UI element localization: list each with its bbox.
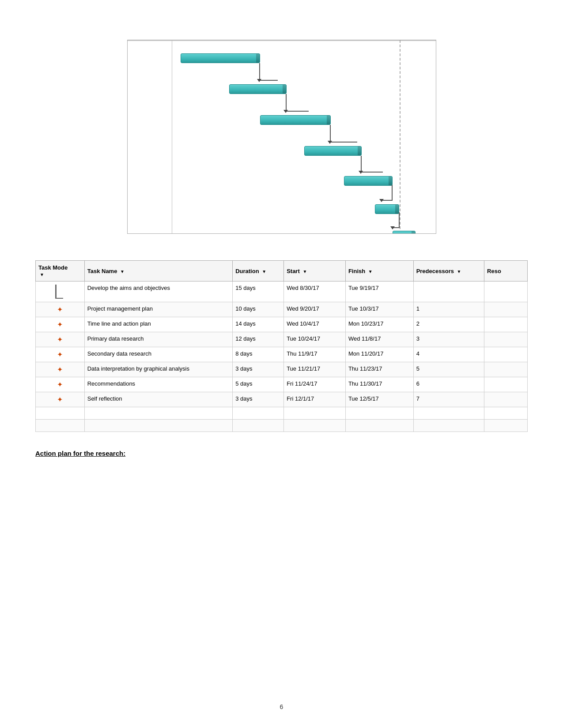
finish-cell: Tue 9/19/17 [345, 281, 413, 302]
task-table: Task Mode ▼ Task Name ▼ Duration ▼ Start… [35, 260, 528, 432]
empty-cell [233, 420, 284, 432]
task-icon: ✦ [57, 351, 63, 358]
start-cell: Fri 11/24/17 [284, 377, 346, 392]
resources-cell [484, 377, 528, 392]
connector-h-1 [259, 80, 278, 81]
gantt-bar-2 [229, 84, 287, 94]
th-task-name[interactable]: Task Name ▼ [84, 261, 232, 281]
resources-cell [484, 317, 528, 332]
duration-cell: 3 days [233, 392, 284, 407]
gantt-bar-7 [393, 231, 416, 234]
table-header-row: Task Mode ▼ Task Name ▼ Duration ▼ Start… [36, 261, 528, 281]
table-row: ✦Self reflection3 daysFri 12/1/17Tue 12/… [36, 392, 528, 407]
duration-cell: 8 days [233, 347, 284, 362]
table-row: ✦Data interpretation by graphical analys… [36, 362, 528, 377]
empty-cell [84, 407, 232, 420]
table-row: ✦Time line and action plan14 daysWed 10/… [36, 317, 528, 332]
empty-cell [484, 420, 528, 432]
empty-cell [84, 420, 232, 432]
gantt-bar-3 [260, 115, 331, 125]
task-name-cell: Secondary data research [84, 347, 232, 362]
connector-v-6 [399, 212, 400, 228]
task-icon: ✦ [57, 381, 63, 388]
empty-cell [413, 407, 484, 420]
arrow-1 [257, 79, 261, 82]
finish-dropdown-icon[interactable]: ▼ [368, 269, 373, 274]
th-finish[interactable]: Finish ▼ [345, 261, 413, 281]
connector-v-5 [392, 185, 393, 201]
gantt-top-border [128, 40, 436, 41]
task-name-cell: Develop the aims and objectives [84, 281, 232, 302]
gantt-right-dashed-line [400, 40, 401, 233]
resources-cell [484, 362, 528, 377]
start-cell: Wed 9/20/17 [284, 302, 346, 317]
task-name-cell: Project management plan [84, 302, 232, 317]
action-plan-heading: Action plan for the research: [35, 450, 528, 457]
start-cell: Tue 11/21/17 [284, 362, 346, 377]
task-icon: ✦ [57, 366, 63, 373]
th-duration[interactable]: Duration ▼ [233, 261, 284, 281]
duration-dropdown-icon[interactable]: ▼ [262, 269, 266, 274]
task-mode-cell: ✦ [36, 377, 85, 392]
task-mode-cell: ✦ [36, 362, 85, 377]
predecessors-cell: 2 [413, 317, 484, 332]
empty-cell [36, 407, 85, 420]
arrow-5 [379, 199, 384, 202]
table-empty-row [36, 407, 528, 420]
task-name-dropdown-icon[interactable]: ▼ [120, 269, 125, 274]
empty-cell [345, 420, 413, 432]
task-mode-cell: ✦ [36, 347, 85, 362]
connector-v-4 [361, 156, 362, 173]
resources-cell [484, 347, 528, 362]
start-cell: Wed 10/4/17 [284, 317, 346, 332]
gantt-bar-6 [375, 204, 399, 214]
task-mode-cell: ✦ [36, 302, 85, 317]
finish-cell: Tue 10/3/17 [345, 302, 413, 317]
start-cell: Tue 10/24/17 [284, 332, 346, 347]
finish-cell: Thu 11/23/17 [345, 362, 413, 377]
start-cell: Fri 12/1/17 [284, 392, 346, 407]
connector-v-3 [330, 125, 331, 143]
task-icon: ✦ [57, 396, 63, 403]
duration-cell: 14 days [233, 317, 284, 332]
connector-v-1 [259, 63, 260, 81]
finish-cell: Mon 10/23/17 [345, 317, 413, 332]
finish-cell: Thu 11/30/17 [345, 377, 413, 392]
table-row: ✦Recommendations5 daysFri 11/24/17Thu 11… [36, 377, 528, 392]
task-name-cell: Recommendations [84, 377, 232, 392]
predecessors-cell: 1 [413, 302, 484, 317]
start-dropdown-icon[interactable]: ▼ [302, 269, 307, 274]
finish-cell: Wed 11/8/17 [345, 332, 413, 347]
task-name-cell: Primary data research [84, 332, 232, 347]
task-mode-dropdown-icon[interactable]: ▼ [40, 272, 44, 277]
empty-cell [284, 420, 346, 432]
connector-v-2 [286, 94, 287, 112]
finish-cell: Mon 11/20/17 [345, 347, 413, 362]
page: Task Mode ▼ Task Name ▼ Duration ▼ Start… [0, 0, 563, 728]
task-icon: ✦ [57, 336, 63, 343]
empty-cell [484, 407, 528, 420]
predecessors-dropdown-icon[interactable]: ▼ [457, 269, 461, 274]
predecessors-cell: 4 [413, 347, 484, 362]
resources-cell [484, 332, 528, 347]
connector-h-3 [330, 142, 357, 143]
th-predecessors[interactable]: Predecessors ▼ [413, 261, 484, 281]
th-task-mode[interactable]: Task Mode ▼ [36, 261, 85, 281]
page-number: 6 [280, 703, 283, 710]
th-start[interactable]: Start ▼ [284, 261, 346, 281]
task-mode-cell [36, 281, 85, 302]
start-cell: Wed 8/30/17 [284, 281, 346, 302]
predecessors-cell: 5 [413, 362, 484, 377]
th-resources[interactable]: Reso [484, 261, 528, 281]
resources-cell [484, 281, 528, 302]
task-name-cell: Self reflection [84, 392, 232, 407]
table-row: ✦Primary data research12 daysTue 10/24/1… [36, 332, 528, 347]
arrow-2 [283, 110, 288, 113]
resources-cell [484, 302, 528, 317]
task-mode-cell: ✦ [36, 317, 85, 332]
finish-cell: Tue 12/5/17 [345, 392, 413, 407]
duration-cell: 5 days [233, 377, 284, 392]
duration-cell: 3 days [233, 362, 284, 377]
empty-cell [233, 407, 284, 420]
empty-cell [413, 420, 484, 432]
